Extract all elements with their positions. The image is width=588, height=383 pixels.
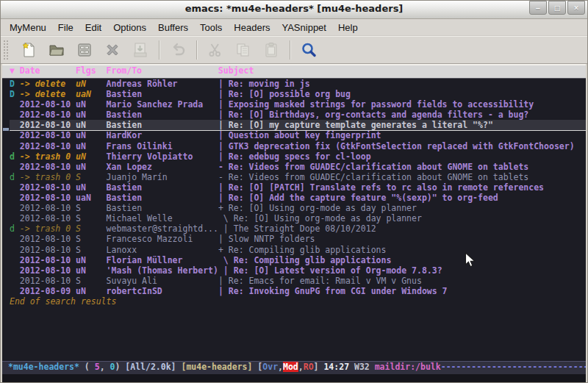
message-row[interactable]: 2012-08-10 uN Bastien | Re: [O] Birthday… xyxy=(10,110,586,120)
menu-file[interactable]: File xyxy=(52,21,79,35)
row-from: webmaster@straightd... xyxy=(107,223,223,234)
row-subject: | Re: [O] [PATCH] Translate refs to rc a… xyxy=(218,182,544,193)
new-file-icon[interactable] xyxy=(19,40,38,60)
menu-tools[interactable]: Tools xyxy=(194,21,228,35)
copy-icon xyxy=(234,40,253,60)
title-bar[interactable]: emacs: *mu4e-headers* [mu4e-headers] ‒□✕ xyxy=(1,1,587,19)
tool-bar xyxy=(1,36,587,64)
row-date: 2012-08-10 xyxy=(20,110,71,120)
message-row[interactable]: 2012-08-10 S Suvayu Ali | Re: Emacs for … xyxy=(10,276,586,286)
row-flags: S xyxy=(76,213,101,223)
toolbar-separator xyxy=(159,40,159,60)
row-flags: uN xyxy=(76,182,101,193)
toolbar-drag-handle[interactable] xyxy=(3,40,9,60)
save-icon[interactable] xyxy=(75,40,94,60)
row-mark xyxy=(10,99,20,110)
row-subject: \ Re: [O] Using org-mode as day planner xyxy=(218,213,422,223)
row-date: 2012-08-10 xyxy=(20,245,71,255)
row-flags: uN xyxy=(76,265,101,276)
row-from: Florian Müllner xyxy=(107,255,218,265)
row-date: 2012-08-10 xyxy=(20,213,71,223)
row-from: Bastien xyxy=(107,182,218,193)
row-from: Michael Welle xyxy=(107,213,218,223)
menu-buffers[interactable]: Buffers xyxy=(152,21,194,35)
message-row[interactable]: 2012-08-10 uaN Bastien | Re: [O] Add the… xyxy=(10,193,586,203)
row-subject: | Slow NNTP folders xyxy=(218,234,315,244)
row-mark xyxy=(10,120,20,130)
menu-yasnippet[interactable]: YASnippet xyxy=(276,21,331,35)
modeline-segment-num-pink: 5 xyxy=(95,362,100,372)
modeline-segment-blue: Ovr xyxy=(262,362,278,372)
row-mark xyxy=(10,276,20,286)
menu-edit[interactable]: Edit xyxy=(79,21,107,35)
row-flags: uN xyxy=(76,162,101,172)
open-folder-icon[interactable] xyxy=(47,40,66,60)
row-subject: | GTK3 deprecation fix (GtkFontSelection… xyxy=(218,141,575,151)
modeline-segment-plain: W32 xyxy=(349,362,375,372)
message-row[interactable]: 2012-08-10 uN Florian Müllner \ Re: Comp… xyxy=(10,255,586,265)
menu-headers[interactable]: Headers xyxy=(228,21,276,35)
row-subject: | The Straight Dope 08/10/2012 xyxy=(223,223,376,234)
message-row[interactable]: 2012-08-10 uN HardKor | Question about k… xyxy=(10,130,586,140)
modeline-segment-plain: , xyxy=(298,362,304,372)
row-flags: uaN xyxy=(76,193,101,203)
menu-help[interactable]: Help xyxy=(332,21,364,35)
message-row[interactable]: 2012-08-10 uN Frans Oilinki | GTK3 depre… xyxy=(10,141,586,151)
row-flags: uN xyxy=(76,130,101,140)
row-flags: uN xyxy=(76,79,101,89)
row-mark xyxy=(10,265,20,276)
mode-line[interactable]: *mu4e-headers* ( 5, 0) [All/2.0k] [mu4e-… xyxy=(2,361,586,374)
row-mark xyxy=(10,245,20,255)
row-date: 2012-08-10 xyxy=(20,162,71,172)
end-of-results: End of search results xyxy=(10,296,586,307)
message-row[interactable]: d -> trash 0 S webmaster@straightd... | … xyxy=(10,223,586,234)
message-row[interactable]: D -> delete uaN Bastien | Re: [O] possib… xyxy=(10,89,586,99)
row-subject: | Exposing masked strings for password f… xyxy=(218,99,534,110)
close-button[interactable]: ✕ xyxy=(567,1,585,15)
row-flags: uN xyxy=(76,255,101,265)
close-buffer-icon[interactable] xyxy=(103,40,122,60)
maximize-button[interactable]: □ xyxy=(548,1,566,15)
message-row[interactable]: 2012-08-10 uN Bastien | Re: [O] my captu… xyxy=(10,120,586,130)
message-row[interactable]: 2012-08-10 uN Bastien | Re: [O] [PATCH] … xyxy=(10,182,586,193)
row-mark xyxy=(10,162,20,172)
menu-mymenu[interactable]: MyMenu xyxy=(4,21,52,35)
menu-options[interactable]: Options xyxy=(107,21,152,35)
message-row[interactable]: 2012-08-10 uN Xan Lopez - Re: Videos fro… xyxy=(10,162,586,172)
modeline-segment-pale: [All/2.0k] xyxy=(125,362,181,372)
toolbar-separator xyxy=(196,40,197,60)
message-row[interactable]: 2012-08-10 S Michael Welle \ Re: [O] Usi… xyxy=(10,213,586,223)
row-date: -> delete xyxy=(20,79,71,89)
message-row[interactable]: 2012-08-10 uN 'Mash (Thomas Herbert) | R… xyxy=(10,265,586,276)
row-subject: | Re: Emacs for email: Rmail v VM v Gnus xyxy=(218,276,422,286)
message-row[interactable]: D -> delete uN Andreas Röhler | Re: movi… xyxy=(10,79,586,89)
row-subject: | Re: [O] my capture template generates … xyxy=(218,120,493,130)
row-flags: uaN xyxy=(76,89,101,99)
message-row[interactable]: 2012-08-09 uN robertcInSD | Re: Invoking… xyxy=(10,286,586,296)
message-row[interactable]: 2012-08-10 S Lanoxx + Re: Compiling glib… xyxy=(10,245,586,255)
row-from: Bastien xyxy=(107,193,218,203)
row-date: 2012-08-10 xyxy=(20,130,71,140)
row-from: Xan Lopez xyxy=(107,162,218,172)
message-row[interactable]: 2012-08-10 S Bastien + Re: [O] Using org… xyxy=(10,203,586,213)
headers-column-titles: ▼ Date Flgs From/To Subject xyxy=(2,65,586,79)
row-subject: + Re: Compiling glib applications xyxy=(218,245,386,255)
modeline-segment-name: *mu4e-headers* xyxy=(8,362,79,372)
row-date: -> trash 0 xyxy=(20,172,71,182)
search-icon[interactable] xyxy=(299,40,318,60)
row-from: Bastien xyxy=(107,120,218,130)
fringe-position-marker xyxy=(3,128,9,131)
message-row[interactable]: d -> trash 0 S Juanjo Marín - Re: Videos… xyxy=(10,172,586,182)
message-row[interactable]: 2012-08-10 uN Mario Sanchez Prada | Expo… xyxy=(10,99,586,110)
modeline-segment-bright: 14:27 xyxy=(323,362,349,372)
row-flags: S xyxy=(76,245,101,255)
minimize-button[interactable]: ‒ xyxy=(529,1,547,15)
row-subject: - Re: Videos from GUADEC/clarification a… xyxy=(218,172,528,182)
row-mark xyxy=(10,141,20,151)
save-as-icon xyxy=(131,40,150,60)
row-date: -> trash 0 xyxy=(20,151,71,162)
message-row[interactable]: d -> trash 0 uN Thierry Volpiatto | Re: … xyxy=(10,151,586,162)
row-flags: uN xyxy=(76,110,101,120)
message-row[interactable]: 2012-08-10 S Francesco Mazzoli | Slow NN… xyxy=(10,234,586,244)
echo-area[interactable] xyxy=(2,374,586,383)
